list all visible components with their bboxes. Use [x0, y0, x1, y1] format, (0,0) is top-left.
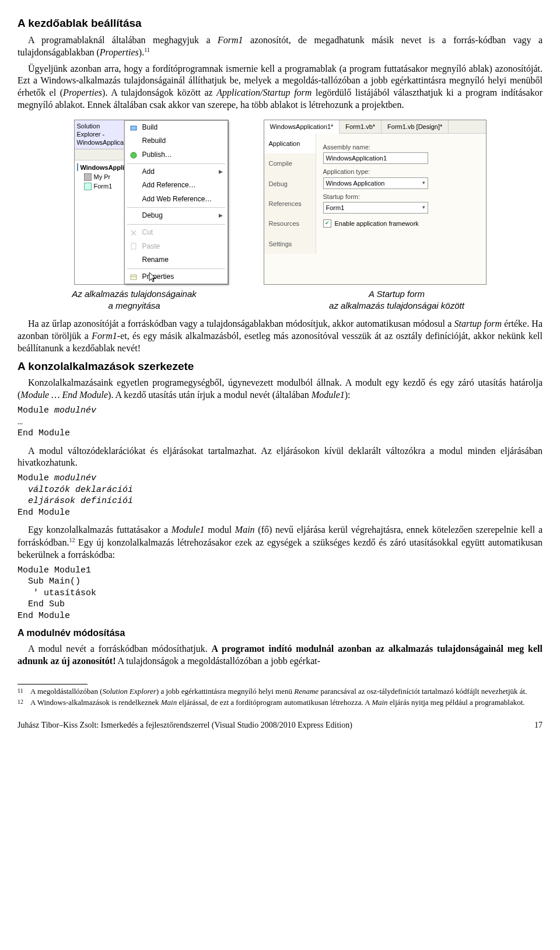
screenshots-row: Solution Explorer - WindowsApplica… Wind… — [18, 120, 542, 285]
paragraph-6: Egy konzolalkalmazás futtatásakor a Modu… — [18, 524, 542, 561]
svg-point-1 — [131, 152, 136, 158]
footnote-num-11: 11 — [18, 687, 24, 697]
text: ): — [345, 390, 351, 400]
text: modul — [205, 525, 235, 535]
menu-separator — [127, 163, 225, 164]
menu-publish[interactable]: Publish… — [125, 148, 228, 162]
menu-build[interactable]: Build — [125, 121, 228, 135]
module1-ident: Module1 — [312, 390, 345, 400]
blank-icon — [130, 181, 138, 190]
svg-rect-0 — [131, 126, 136, 130]
form-icon — [84, 183, 92, 190]
checkbox-enable-framework[interactable]: ✔ — [323, 219, 331, 228]
tabs-row: WindowsApplication1* Form1.vb* Form1.vb … — [264, 120, 486, 134]
build-icon — [130, 124, 138, 132]
tab-form1-design[interactable]: Form1.vb [Design]* — [382, 120, 449, 133]
tree-item-form1[interactable]: Form1 — [76, 181, 123, 191]
text: Ha az űrlap azonosítóját a forráskódban … — [28, 319, 454, 329]
submenu-arrow-icon: ▶ — [219, 212, 223, 219]
blank-icon — [130, 167, 138, 176]
footnote-num-12: 12 — [18, 698, 24, 708]
heading-start-settings: A kezdőablak beállítása — [18, 16, 542, 31]
chevron-down-icon: ▾ — [422, 204, 425, 211]
input-assembly-name[interactable]: WindowsApplication1 — [323, 152, 428, 164]
footer-author-title: Juhász Tibor–Kiss Zsolt: Ismerkedés a fe… — [18, 720, 352, 731]
app-startup-form-ident: Application/Startup form — [216, 88, 312, 97]
menu-debug[interactable]: Debug▶ — [125, 209, 228, 223]
menu-separator — [127, 224, 225, 225]
svg-rect-3 — [131, 275, 136, 280]
properties-ident: Properties — [100, 48, 139, 58]
footnote-text-12: A Windows-alkalmazások is rendelkeznek M… — [30, 698, 525, 708]
side-tab-compile[interactable]: Compile — [264, 153, 316, 173]
screenshot-solution-explorer: Solution Explorer - WindowsApplica… Wind… — [74, 120, 229, 285]
heading-console-structure: A konzolalkalmazások szerkezete — [18, 359, 542, 374]
menu-add-reference[interactable]: Add Reference… — [125, 179, 228, 193]
blank-icon — [130, 256, 138, 264]
menu-separator — [127, 207, 225, 208]
blank-icon — [130, 195, 138, 204]
text: ). — [139, 48, 144, 58]
side-tab-resources[interactable]: Resources — [264, 214, 316, 233]
side-tab-application[interactable]: Application — [264, 134, 316, 153]
text: Egy új konzolalkalmazás létrehozásakor e… — [18, 537, 542, 560]
code-block-module-decls: Module modulnév változók deklarációi elj… — [18, 473, 542, 518]
code-block-module-skeleton: Module modulnév … End Module — [18, 405, 542, 439]
toolbar-strip — [75, 149, 124, 160]
footnote-rule — [18, 684, 88, 684]
dropdown-startup-form[interactable]: Form1▾ — [323, 202, 428, 214]
wrench-icon — [84, 173, 92, 181]
menu-rename[interactable]: Rename — [125, 253, 228, 267]
tab-form1-vb[interactable]: Form1.vb* — [340, 120, 382, 133]
main-ident: Main — [235, 525, 255, 535]
paragraph-7: A modul nevét a forráskódban módosíthatj… — [18, 643, 542, 668]
context-menu: Build Rebuild Publish… Add▶ Add Referenc… — [124, 120, 228, 285]
menu-add-web-reference[interactable]: Add Web Reference… — [125, 193, 228, 207]
properties-form: Assembly name: WindowsApplication1 Appli… — [316, 134, 486, 254]
menu-properties[interactable]: Properties — [125, 270, 228, 284]
tree-root-item[interactable]: WindowsApplication1 — [76, 163, 123, 172]
page-footer: Juhász Tibor–Kiss Zsolt: Ismerkedés a fe… — [18, 720, 542, 731]
menu-add[interactable]: Add▶ — [125, 165, 228, 179]
properties-side-tabs: Application Compile Debug References Res… — [264, 134, 316, 254]
footnote-11: 11 A megoldástallózóban (Solution Explor… — [18, 687, 542, 697]
submenu-arrow-icon: ▶ — [219, 169, 223, 176]
rebuild-icon — [130, 137, 138, 145]
text: A modul nevét a forráskódban módosíthatj… — [28, 644, 212, 654]
side-tab-debug[interactable]: Debug — [264, 174, 316, 194]
solution-explorer-title: Solution Explorer - WindowsApplica… — [75, 120, 124, 149]
paragraph-3: Ha az űrlap azonosítóját a forráskódban … — [18, 318, 542, 354]
tree-item-myproject[interactable]: My Pr — [76, 172, 123, 181]
footnote-12: 12 A Windows-alkalmazások is rendelkezne… — [18, 698, 542, 708]
captions-row: Az alkalmazás tulajdonságainak a megnyit… — [18, 288, 542, 311]
side-tab-references[interactable]: References — [264, 194, 316, 214]
menu-rebuild[interactable]: Rebuild — [125, 134, 228, 148]
label-enable-framework: Enable application framework — [335, 219, 419, 228]
text: A tulajdonságok a megoldástallózóban a j… — [116, 656, 320, 666]
menu-separator — [127, 268, 225, 269]
tab-windowsapp[interactable]: WindowsApplication1* — [264, 120, 340, 134]
paragraph-2: Ügyeljünk azonban arra, hogy a fordítópr… — [18, 63, 542, 111]
cut-icon — [130, 229, 138, 237]
menu-cut: Cut — [125, 226, 228, 240]
footnote-text-11: A megoldástallózóban (Solution Explorer)… — [30, 687, 527, 697]
startup-form-ident: Startup form — [454, 319, 502, 329]
text: A programablaknál általában meghagyjuk a — [28, 35, 218, 45]
label-application-type: Application type: — [323, 167, 479, 176]
project-icon — [77, 163, 78, 171]
dropdown-application-type[interactable]: Windows Application▾ — [323, 177, 428, 189]
footnotes: 11 A megoldástallózóban (Solution Explor… — [18, 687, 542, 708]
form1-ident: Form1 — [218, 35, 243, 45]
code-block-module-main: Module Module1 Sub Main() ' utasítások E… — [18, 565, 542, 622]
menu-paste: Paste — [125, 240, 228, 254]
side-tab-settings[interactable]: Settings — [264, 234, 316, 254]
module-end-ident: Module … End Module — [20, 390, 108, 400]
svg-rect-2 — [131, 243, 136, 249]
properties-icon — [130, 273, 138, 281]
properties-ident: Properties — [63, 88, 102, 97]
form1-ident: Form1 — [92, 331, 117, 341]
footnote-ref-11: 11 — [144, 47, 150, 53]
paragraph-1: A programablaknál általában meghagyjuk a… — [18, 34, 542, 60]
blank-icon — [130, 212, 138, 220]
paragraph-4: Konzolalkalmazásaink egyetlen programegy… — [18, 377, 542, 401]
